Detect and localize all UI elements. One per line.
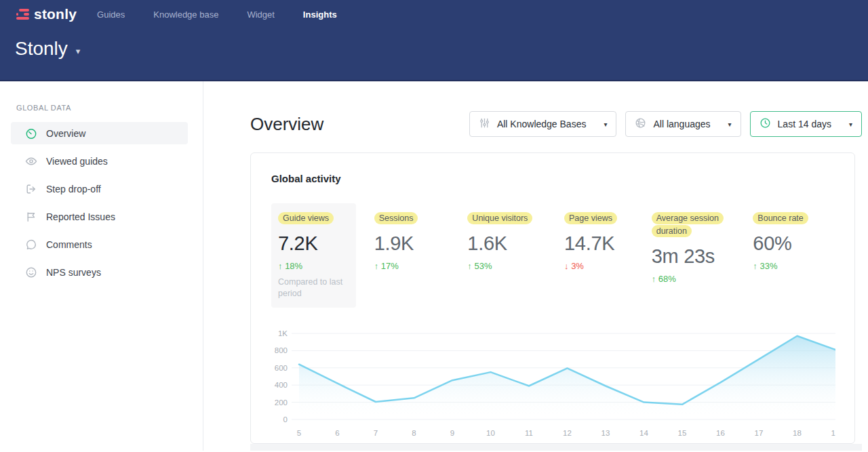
arrow-up-icon: ↑: [652, 274, 656, 284]
svg-text:5: 5: [297, 429, 301, 437]
nav-item-guides[interactable]: Guides: [97, 9, 125, 20]
app-header: stonly Guides Knowledge base Widget Insi…: [0, 0, 868, 81]
svg-text:15: 15: [678, 429, 687, 437]
comment-icon: [25, 239, 37, 251]
metric-label: Unique visitors: [467, 212, 532, 224]
globe-icon: [635, 117, 646, 131]
arrow-up-icon: ↑: [278, 261, 283, 271]
metric-value: 14.7K: [564, 232, 633, 255]
svg-text:9: 9: [450, 429, 454, 437]
sidebar-item-viewed-guides[interactable]: Viewed guides: [11, 150, 188, 172]
metric-value: 1.9K: [374, 232, 449, 255]
knowledge-base-filter-dropdown[interactable]: All Knowledge Bases ▾: [469, 111, 617, 137]
sidebar-section-label: GLOBAL DATA: [0, 104, 203, 112]
sidebar-item-label: Comments: [46, 239, 92, 250]
date-range-filter-dropdown[interactable]: Last 14 days ▾: [750, 111, 862, 137]
metric-avg-session-duration[interactable]: Average session duration 3m 23s ↑ 68%: [652, 203, 734, 308]
activity-area-chart[interactable]: 02004006008001K5678910111213141516171819: [271, 325, 834, 440]
sidebar-item-label: Step drop-off: [46, 184, 101, 194]
svg-text:18: 18: [793, 429, 802, 437]
metric-unique-visitors[interactable]: Unique visitors 1.6K ↑ 53%: [467, 203, 545, 308]
metric-change: ↑ 33%: [753, 261, 834, 271]
sidebar-item-overview[interactable]: Overview: [11, 122, 188, 144]
clock-icon: [760, 117, 771, 131]
svg-text:8: 8: [412, 429, 416, 437]
metrics-row: Guide views 7.2K ↑ 18% Compared to last …: [271, 203, 834, 308]
sidebar-item-comments[interactable]: Comments: [11, 233, 188, 255]
metric-change: ↓ 3%: [564, 261, 633, 271]
nav-item-insights[interactable]: Insights: [303, 9, 337, 20]
nav-links: Guides Knowledge base Widget Insights: [97, 9, 337, 20]
svg-text:14: 14: [639, 429, 648, 437]
arrow-down-icon: ↓: [564, 261, 569, 271]
workspace-title: Stonly: [15, 38, 68, 60]
svg-text:600: 600: [275, 364, 288, 372]
filter-label: All languages: [653, 119, 710, 129]
step-exit-icon: [25, 183, 37, 195]
metric-label: Page views: [564, 212, 617, 224]
card-title: Global activity: [271, 173, 834, 184]
svg-text:0: 0: [283, 415, 288, 424]
global-activity-card: Global activity Guide views 7.2K ↑ 18% C…: [250, 152, 855, 444]
svg-text:11: 11: [525, 429, 533, 437]
sidebar-item-label: Reported Issues: [46, 211, 115, 222]
metric-label: Bounce rate: [753, 212, 808, 224]
main-content: Overview All Knowledge Bases ▾ All langu…: [203, 81, 868, 451]
sidebar: GLOBAL DATA Overview Viewed guides Step …: [0, 81, 203, 451]
gauge-icon: [25, 127, 37, 140]
workspace-caret-icon[interactable]: ▾: [76, 42, 81, 56]
sidebar-item-reported-issues[interactable]: Reported Issues: [11, 205, 188, 228]
svg-text:800: 800: [275, 346, 288, 354]
metric-guide-views[interactable]: Guide views 7.2K ↑ 18% Compared to last …: [271, 203, 356, 308]
svg-text:19: 19: [831, 429, 835, 437]
sidebar-item-step-drop-off[interactable]: Step drop-off: [11, 178, 188, 200]
eye-icon: [25, 155, 37, 167]
svg-text:12: 12: [563, 429, 572, 437]
nav-item-widget[interactable]: Widget: [247, 9, 274, 20]
svg-text:10: 10: [486, 429, 495, 437]
arrow-up-icon: ↑: [467, 261, 472, 271]
metric-sessions[interactable]: Sessions 1.9K ↑ 17%: [374, 203, 449, 308]
arrow-up-icon: ↑: [753, 261, 757, 271]
metric-label: Sessions: [374, 212, 418, 224]
sidebar-item-label: NPS surveys: [46, 267, 101, 278]
arrow-up-icon: ↑: [374, 261, 379, 271]
nav-item-knowledge-base[interactable]: Knowledge base: [153, 9, 218, 20]
filter-label: All Knowledge Bases: [497, 119, 587, 129]
metric-label: Average session duration: [652, 212, 724, 237]
sidebar-item-nps-surveys[interactable]: NPS surveys: [11, 261, 188, 283]
svg-text:1K: 1K: [278, 329, 288, 337]
sidebar-item-label: Overview: [46, 128, 85, 139]
sidebar-item-label: Viewed guides: [46, 156, 108, 167]
metric-change: ↑ 53%: [467, 261, 545, 271]
metric-change: ↑ 68%: [652, 274, 734, 284]
metric-label: Guide views: [278, 212, 334, 224]
top-nav: stonly Guides Knowledge base Widget Insi…: [0, 0, 868, 28]
page-background-strip: [250, 444, 862, 451]
svg-text:400: 400: [275, 381, 288, 389]
filter-bar: All Knowledge Bases ▾ All languages ▾ La…: [469, 111, 862, 137]
metric-value: 3m 23s: [652, 245, 734, 268]
metric-note: Compared to last period: [278, 276, 349, 300]
svg-text:7: 7: [374, 429, 378, 437]
smiley-icon: [25, 266, 37, 279]
stonly-logo-icon: [16, 9, 29, 20]
chevron-down-icon: ▾: [849, 121, 852, 128]
chevron-down-icon: ▾: [604, 121, 607, 128]
sliders-icon: [479, 117, 490, 131]
svg-text:6: 6: [335, 429, 339, 437]
logo-text: stonly: [34, 6, 77, 22]
metric-bounce-rate[interactable]: Bounce rate 60% ↑ 33%: [753, 203, 834, 308]
metric-page-views[interactable]: Page views 14.7K ↓ 3%: [564, 203, 633, 308]
chevron-down-icon: ▾: [728, 121, 732, 128]
flag-icon: [25, 211, 37, 223]
metric-change: ↑ 18%: [278, 261, 349, 271]
stonly-logo[interactable]: stonly: [16, 6, 77, 22]
page-title: Overview: [250, 114, 323, 135]
svg-text:13: 13: [601, 429, 610, 437]
language-filter-dropdown[interactable]: All languages ▾: [625, 111, 741, 137]
metric-value: 60%: [753, 232, 834, 255]
svg-text:17: 17: [755, 429, 764, 437]
svg-text:200: 200: [275, 398, 288, 407]
metric-value: 1.6K: [467, 232, 545, 255]
